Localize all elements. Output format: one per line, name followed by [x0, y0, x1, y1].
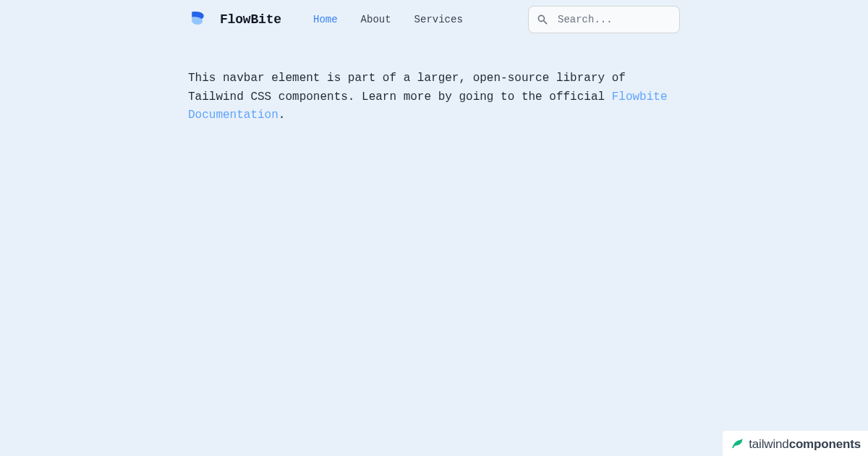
badge-text: tailwindcomponents [749, 437, 861, 452]
search-wrapper [528, 6, 680, 33]
leaf-icon [730, 435, 744, 453]
content: This navbar element is part of a larger,… [188, 69, 680, 125]
nav-links: Home About Services [313, 14, 463, 25]
tailwind-components-badge[interactable]: tailwindcomponents [723, 431, 868, 456]
badge-text-light: tailwind [749, 437, 788, 451]
flowbite-logo-icon [188, 8, 208, 32]
nav-link-about[interactable]: About [361, 14, 391, 25]
brand-link[interactable]: FlowBite [188, 8, 281, 32]
description-before: This navbar element is part of a larger,… [188, 72, 626, 104]
search-input[interactable] [528, 6, 680, 33]
description-after: . [278, 109, 286, 122]
nav-link-home[interactable]: Home [313, 14, 338, 25]
description-text: This navbar element is part of a larger,… [188, 69, 680, 125]
brand-name: FlowBite [220, 12, 281, 27]
navbar: FlowBite Home About Services [188, 6, 680, 33]
nav-link-services[interactable]: Services [414, 14, 463, 25]
badge-text-bold: components [789, 437, 861, 451]
